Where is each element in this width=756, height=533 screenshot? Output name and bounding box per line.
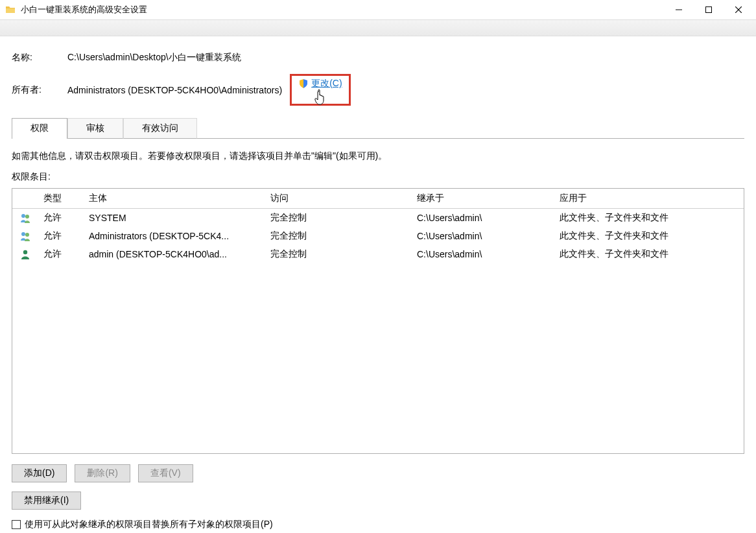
tab-strip: 权限 审核 有效访问 — [12, 117, 744, 139]
svg-point-4 — [21, 214, 25, 218]
owner-row: 所有者: Administrators (DESKTOP-5CK4HO0\Adm… — [12, 74, 744, 106]
window-title: 小白一键重装系统的高级安全设置 — [21, 4, 147, 16]
grid-header: 类型 主体 访问 继承于 应用于 — [12, 189, 744, 209]
grid-row[interactable]: 允许 Administrators (DESKTOP-5CK4... 完全控制 … — [12, 227, 744, 245]
tab-permissions[interactable]: 权限 — [12, 118, 67, 139]
change-owner-highlight: 更改(C) — [290, 74, 350, 106]
title-bar: 小白一键重装系统的高级安全设置 — [0, 0, 756, 19]
view-button[interactable]: 查看(V) — [138, 464, 193, 482]
ribbon-divider — [0, 19, 756, 36]
col-inherited[interactable]: 继承于 — [412, 189, 554, 208]
instruction-text: 如需其他信息，请双击权限项目。若要修改权限项目，请选择该项目并单击"编辑"(如果… — [12, 150, 744, 162]
entries-label: 权限条目: — [12, 171, 744, 183]
principal-icon — [12, 246, 38, 263]
replace-children-label: 使用可从此对象继承的权限项目替换所有子对象的权限项目(P) — [25, 519, 273, 530]
svg-point-6 — [21, 232, 25, 236]
maximize-button[interactable] — [694, 0, 724, 19]
name-value: C:\Users\admin\Desktop\小白一键重装系统 — [67, 52, 241, 64]
col-applies[interactable]: 应用于 — [554, 189, 744, 208]
shield-icon — [298, 78, 309, 89]
add-button[interactable]: 添加(D) — [12, 464, 67, 482]
grid-row[interactable]: 允许 SYSTEM 完全控制 C:\Users\admin\ 此文件夹、子文件夹… — [12, 209, 744, 227]
close-button[interactable] — [724, 0, 753, 19]
svg-point-5 — [25, 215, 29, 219]
principal-icon — [12, 228, 38, 244]
grid-row[interactable]: 允许 admin (DESKTOP-5CK4HO0\ad... 完全控制 C:\… — [12, 245, 744, 263]
disable-inheritance-button[interactable]: 禁用继承(I) — [12, 492, 81, 510]
remove-button[interactable]: 删除(R) — [75, 464, 130, 482]
col-type[interactable]: 类型 — [38, 189, 84, 208]
owner-value: Administrators (DESKTOP-5CK4HO0\Administ… — [67, 85, 282, 95]
svg-point-7 — [25, 233, 29, 237]
replace-children-checkbox[interactable] — [12, 520, 21, 529]
minimize-button[interactable] — [664, 0, 694, 19]
svg-rect-1 — [706, 7, 712, 13]
name-row: 名称: C:\Users\admin\Desktop\小白一键重装系统 — [12, 52, 744, 64]
principal-icon — [12, 209, 38, 226]
col-principal[interactable]: 主体 — [84, 189, 265, 208]
name-label: 名称: — [12, 52, 67, 64]
permission-grid: 类型 主体 访问 继承于 应用于 允许 SYSTEM 完全控制 C:\Users… — [12, 188, 744, 454]
pointer-cursor-icon — [314, 89, 328, 106]
owner-label: 所有者: — [12, 84, 67, 96]
tab-audit[interactable]: 审核 — [67, 118, 123, 139]
change-owner-link[interactable]: 更改(C) — [311, 78, 342, 89]
folder-icon — [5, 5, 16, 15]
svg-point-8 — [23, 250, 27, 254]
tab-effective-access[interactable]: 有效访问 — [123, 118, 197, 139]
col-access[interactable]: 访问 — [265, 189, 412, 208]
